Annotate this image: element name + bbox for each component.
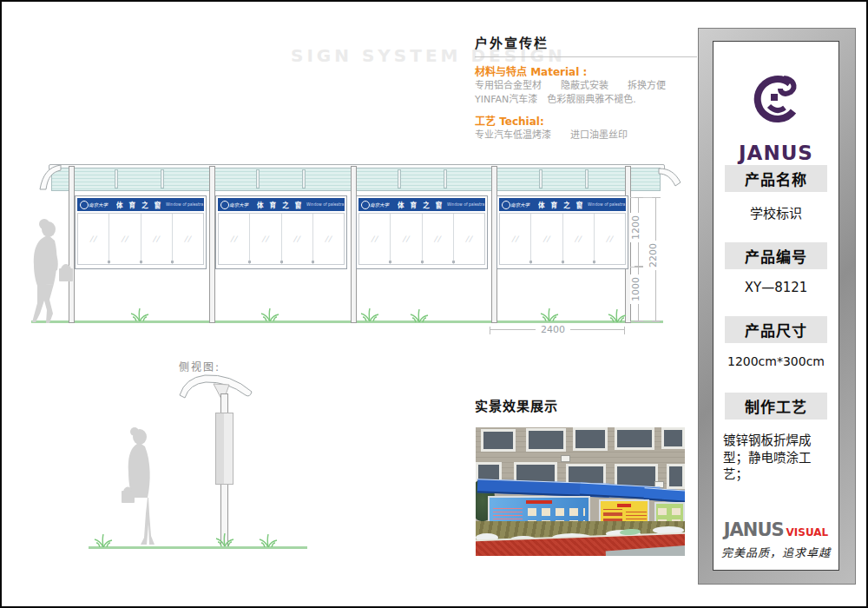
canopy-right-curve — [656, 162, 682, 189]
notice-board: 南京大学 体 育 之 窗 Window of palestra // // //… — [356, 195, 488, 269]
material-line: 专用铝合金型材 隐蔽式安装 拆换方便 — [475, 80, 697, 92]
material-label: 材料与特点 Material : — [475, 63, 697, 78]
university-name: 南京大学 — [370, 201, 389, 208]
glass-pane: // — [500, 214, 531, 264]
grass-icon — [259, 534, 278, 547]
site-photo — [476, 427, 685, 556]
poster-title-bar — [617, 504, 631, 507]
glass-pane: // — [423, 214, 454, 264]
photo-window — [615, 427, 654, 450]
photo-window — [661, 427, 685, 449]
section-header-product-number: 产品编号 — [725, 242, 827, 269]
glass-pane: // — [141, 214, 173, 264]
glass-pane: // — [595, 214, 625, 264]
product-number-value: XY—8121 — [713, 280, 838, 295]
board-header: 南京大学 体 育 之 窗 Window of palestra — [77, 198, 204, 211]
glass-doors: // // // // — [358, 213, 485, 265]
poster-title-bar — [526, 500, 552, 504]
glass-pane: // — [173, 214, 203, 264]
ground-line — [31, 321, 663, 323]
board-subtitle: Window of palestra — [306, 202, 344, 207]
spec-title: 户外宣传栏 — [475, 33, 697, 57]
poster-thumbnails — [528, 508, 585, 516]
photo-window — [481, 429, 516, 452]
design-sheet: SIGN SYSTEM DESIGN 户外宣传栏 材料与特点 Material … — [0, 0, 868, 608]
notice-board: 南京大学 体 育 之 窗 Window of palestra // // //… — [75, 195, 207, 269]
board-title: 体 育 之 窗 — [398, 200, 444, 209]
support-post — [209, 166, 215, 323]
section-header-product-size: 产品尺寸 — [725, 316, 827, 343]
board-title: 体 育 之 窗 — [538, 200, 585, 209]
university-emblem-icon — [80, 201, 89, 209]
roof-mullion — [161, 169, 164, 188]
university-emblem-icon — [361, 201, 370, 209]
grass-icon — [94, 534, 113, 547]
product-size-value: 1200cm*300cm — [713, 354, 838, 368]
grass-icon — [540, 308, 559, 321]
roof-mullion — [444, 169, 447, 188]
section-header-product-name: 产品名称 — [725, 165, 827, 192]
roof-mullion — [115, 169, 118, 188]
glass-pane: // — [282, 214, 313, 264]
spec-block: 户外宣传栏 材料与特点 Material : 专用铝合金型材 隐蔽式安装 拆换方… — [475, 33, 697, 142]
dimension-value: 2200 — [648, 241, 659, 270]
dimension-value: 1200 — [630, 213, 641, 242]
university-name: 南京大学 — [510, 201, 529, 208]
person-silhouette — [120, 426, 165, 552]
side-view-panel — [215, 413, 233, 485]
product-info-panel: JANUS 雅努思标识 产品名称 学校标识 产品编号 XY—8121 产品尺寸 … — [698, 28, 856, 585]
university-name: 南京大学 — [89, 201, 108, 208]
production-process-value: 镀锌钢板折焊成型；静电喷涂工艺； — [723, 433, 831, 484]
side-view-label: 侧视图: — [179, 359, 220, 373]
glass-pane: // — [359, 214, 391, 264]
technique-label: 工艺 Techial: — [475, 113, 697, 128]
glass-pane: // — [531, 214, 562, 264]
board-subtitle: Window of palestra — [166, 202, 203, 207]
grass-icon — [608, 309, 627, 322]
photo-window — [573, 427, 608, 451]
company-tagline: 完美品质，追求卓越 — [713, 544, 838, 560]
roof-mullion — [398, 169, 401, 188]
janus-logo-icon — [752, 75, 800, 137]
ac-unit — [561, 455, 570, 462]
roof-mullion — [585, 169, 589, 188]
grass-icon — [215, 533, 234, 546]
university-emblem-icon — [220, 201, 229, 209]
janus-visual-logo: JANUSVISUAL — [713, 519, 838, 540]
board-header: 南京大学 体 育 之 窗 Window of palestra — [499, 198, 626, 211]
notice-board: 南京大学 体 育 之 窗 Window of palestra // // //… — [496, 195, 628, 269]
side-view-canopy — [177, 373, 255, 406]
glass-pane: // — [78, 214, 109, 264]
glass-pane: // — [454, 214, 484, 264]
technique-line: 专业汽车低温烤漆 进口油墨丝印 — [475, 129, 697, 142]
janus-wordmark: JANUS — [713, 142, 838, 164]
dimension-value: 1000 — [630, 274, 641, 304]
grass-icon — [410, 309, 429, 322]
person-silhouette — [23, 218, 80, 324]
photo-window — [526, 428, 566, 452]
photo-window — [667, 464, 685, 489]
board-subtitle: Window of palestra — [447, 202, 484, 207]
glass-pane: // — [219, 214, 250, 264]
university-emblem-icon — [502, 201, 510, 209]
grass-icon — [360, 308, 379, 321]
canopy-left-curve — [38, 163, 62, 191]
section-header-production-process: 制作工艺 — [725, 393, 827, 420]
glass-pane: // — [563, 214, 595, 264]
material-line: YINFAN汽车漆 色彩靓丽典雅不褪色. — [475, 94, 697, 106]
side-view-drawing: 侧视图: — [89, 352, 323, 556]
glass-doors: // // // // — [77, 213, 204, 265]
board-header: 南京大学 体 育 之 窗 Window of palestra — [358, 198, 485, 211]
glass-pane: // — [109, 214, 141, 264]
glass-pane: // — [391, 214, 422, 264]
board-header: 南京大学 体 育 之 窗 Window of palestra — [218, 198, 345, 211]
photo-canopy — [644, 487, 685, 502]
dimension-value: 2400 — [536, 324, 570, 335]
front-elevation-drawing: 南京大学 体 育 之 窗 Window of palestra // // //… — [28, 161, 687, 339]
product-info-card: JANUS 雅努思标识 产品名称 学校标识 产品编号 XY—8121 产品尺寸 … — [713, 41, 839, 571]
board-subtitle: Window of palestra — [588, 202, 625, 207]
glass-doors: // // // // — [499, 213, 626, 265]
photo-section-label: 实景效果展示 — [475, 396, 558, 414]
glass-pane: // — [313, 214, 344, 264]
roof-mullion — [302, 169, 306, 188]
